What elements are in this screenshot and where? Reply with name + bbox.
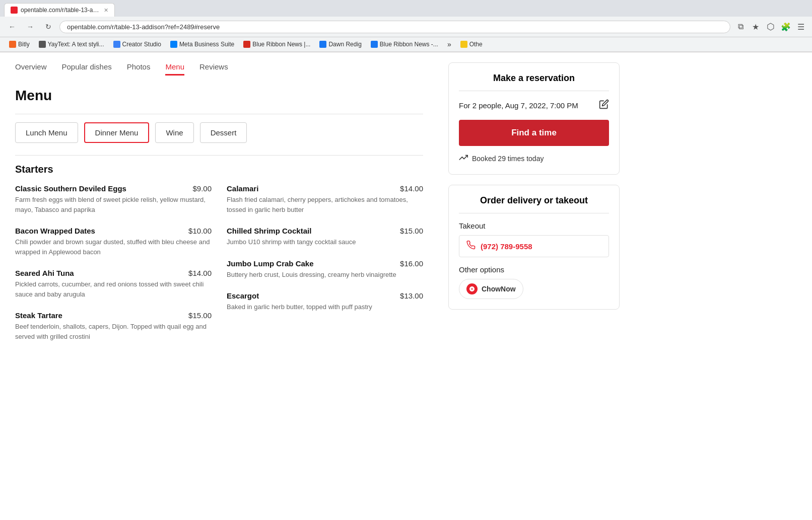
address-bar[interactable]: opentable.com/r/table-13-addison?ref=248… (59, 21, 730, 33)
category-wine[interactable]: Wine (155, 122, 193, 143)
edit-icon[interactable] (599, 99, 609, 112)
chownow-button[interactable]: ChowNow (459, 279, 523, 299)
delivery-title: Order delivery or takeout (459, 195, 609, 206)
tab-favicon (11, 7, 18, 14)
reservation-info: For 2 people, Aug 7, 2022, 7:00 PM (459, 99, 609, 112)
menu-icon[interactable]: ☰ (795, 21, 807, 33)
bookmark-othe[interactable]: Othe (456, 39, 487, 49)
menu-item-ahi-tuna: Seared Ahi Tuna $14.00 Pickled carrots, … (15, 269, 212, 299)
bookmark-expand-icon[interactable]: » (447, 40, 451, 48)
tab-reviews[interactable]: Reviews (199, 62, 228, 76)
browser-toolbar: ← → ↻ opentable.com/r/table-13-addison?r… (0, 17, 812, 37)
bookmark-favicon-dawn (319, 41, 326, 48)
menu-item-deviled-eggs: Classic Southern Deviled Eggs $9.00 Farm… (15, 184, 212, 214)
tab-menu[interactable]: Menu (165, 62, 184, 76)
booked-text: Booked 29 times today (472, 155, 544, 163)
menu-item-ahi-tuna-header: Seared Ahi Tuna $14.00 (15, 269, 212, 277)
menu-item-calamari-desc: Flash fried calamari, cherry peppers, ar… (227, 195, 423, 214)
chownow-logo (466, 283, 478, 294)
menu-item-calamari-name: Calamari (227, 184, 258, 193)
bookmark-label-other: Othe (469, 41, 483, 48)
tab-label: opentable.com/r/table-13-addison?ref=248… (21, 7, 101, 14)
menu-item-escargot-name: Escargot (227, 291, 259, 300)
menu-item-ahi-tuna-price: $14.00 (188, 269, 212, 277)
bookmark-label-blueribbonf: Blue Ribbon News -... (380, 41, 438, 48)
bookmark-label-yaytext: YayText: A text styli... (48, 41, 104, 48)
tab-photos[interactable]: Photos (127, 62, 151, 76)
tab-popular-dishes[interactable]: Popular dishes (62, 62, 112, 76)
bookmark-dawn[interactable]: Dawn Redig (315, 39, 365, 49)
booked-row: Booked 29 times today (459, 153, 609, 164)
category-dessert[interactable]: Dessert (200, 122, 247, 143)
bookmark-blueribbonf[interactable]: Blue Ribbon News -... (367, 39, 442, 49)
menu-item-steak-tartare-desc: Beef tenderloin, shallots, capers, Dijon… (15, 322, 212, 341)
phone-button[interactable]: (972) 789-9558 (459, 235, 609, 257)
tab-close-icon[interactable]: ✕ (104, 7, 108, 14)
back-button[interactable]: ← (5, 20, 19, 34)
menu-item-steak-tartare: Steak Tartare $15.00 Beef tenderloin, sh… (15, 311, 212, 341)
puzzle-icon[interactable]: 🧩 (780, 21, 792, 33)
menu-item-deviled-eggs-price: $9.00 (192, 184, 212, 193)
active-tab[interactable]: opentable.com/r/table-13-addison?ref=248… (4, 3, 115, 17)
bookmark-favicon-meta (170, 41, 177, 48)
toolbar-icons: ⧉ ★ ⬡ 🧩 ☰ (734, 21, 807, 33)
other-options-label: Other options (459, 265, 609, 274)
delivery-divider (459, 213, 609, 213)
bookmark-creator[interactable]: Creator Studio (109, 39, 165, 49)
bookmark-label-dawn: Dawn Redig (328, 41, 361, 48)
category-lunch[interactable]: Lunch Menu (15, 122, 78, 143)
bookmark-favicon-creator (113, 41, 120, 48)
menu-item-escargot: Escargot $13.00 Baked in garlic herb but… (227, 291, 423, 312)
category-dinner[interactable]: Dinner Menu (84, 122, 150, 143)
bookmark-blueribbonr[interactable]: Blue Ribbon News |... (239, 39, 314, 49)
share-icon[interactable]: ⧉ (734, 21, 747, 33)
menu-item-crab-cake-header: Jumbo Lump Crab Cake $16.00 (227, 259, 423, 268)
menu-item-shrimp-cocktail-desc: Jumbo U10 shrimp with tangy cocktail sau… (227, 237, 423, 247)
bookmark-label-meta: Meta Business Suite (179, 41, 234, 48)
menu-item-shrimp-cocktail-header: Chilled Shrimp Cocktail $15.00 (227, 227, 423, 235)
reservation-card: Make a reservation For 2 people, Aug 7, … (448, 62, 620, 175)
bookmark-other[interactable]: » (443, 39, 455, 50)
address-text: opentable.com/r/table-13-addison?ref=248… (67, 23, 723, 31)
tab-bar: opentable.com/r/table-13-addison?ref=248… (0, 0, 812, 17)
menu-item-shrimp-cocktail-name: Chilled Shrimp Cocktail (227, 227, 311, 235)
phone-number: (972) 789-9558 (481, 242, 532, 251)
forward-button[interactable]: → (23, 20, 37, 34)
menu-item-deviled-eggs-name: Classic Southern Deviled Eggs (15, 184, 126, 193)
menu-item-steak-tartare-name: Steak Tartare (15, 311, 62, 320)
menu-item-ahi-tuna-name: Seared Ahi Tuna (15, 269, 74, 277)
menu-item-shrimp-cocktail: Chilled Shrimp Cocktail $15.00 Jumbo U10… (227, 227, 423, 247)
menu-item-crab-cake: Jumbo Lump Crab Cake $16.00 Buttery herb… (227, 259, 423, 280)
bookmark-yaytext[interactable]: YayText: A text styli... (35, 39, 108, 49)
bookmark-favicon-yaytext (39, 41, 46, 48)
bookmark-label-blueribbonr: Blue Ribbon News |... (252, 41, 310, 48)
reload-button[interactable]: ↻ (41, 20, 55, 34)
menu-item-steak-tartare-header: Steak Tartare $15.00 (15, 311, 212, 320)
menu-item-bacon-dates: Bacon Wrapped Dates $10.00 Chili powder … (15, 227, 212, 257)
reservation-divider (459, 91, 609, 91)
star-icon[interactable]: ★ (750, 21, 762, 33)
menu-item-bacon-dates-name: Bacon Wrapped Dates (15, 227, 95, 235)
tab-overview[interactable]: Overview (15, 62, 47, 76)
menu-item-ahi-tuna-desc: Pickled carrots, cucumber, and red onion… (15, 279, 212, 299)
find-time-button[interactable]: Find a time (459, 120, 609, 146)
divider-top (15, 114, 423, 114)
takeout-label: Takeout (459, 221, 609, 230)
bookmarks-bar: Bitly YayText: A text styli... Creator S… (0, 37, 812, 52)
trending-icon (459, 153, 468, 164)
reservation-details: For 2 people, Aug 7, 2022, 7:00 PM (459, 101, 578, 110)
bookmark-bitly[interactable]: Bitly (5, 39, 34, 49)
menu-item-crab-cake-price: $16.00 (400, 259, 423, 268)
starters-title: Starters (15, 164, 423, 175)
menu-item-calamari-header: Calamari $14.00 (227, 184, 423, 193)
bookmark-meta[interactable]: Meta Business Suite (166, 39, 238, 49)
extensions-icon[interactable]: ⬡ (765, 21, 777, 33)
menu-item-escargot-header: Escargot $13.00 (227, 291, 423, 300)
divider-mid (15, 155, 423, 156)
menu-item-crab-cake-name: Jumbo Lump Crab Cake (227, 259, 314, 268)
menu-column-left: Classic Southern Deviled Eggs $9.00 Farm… (15, 184, 212, 353)
menu-item-bacon-dates-price: $10.00 (188, 227, 212, 235)
menu-item-deviled-eggs-desc: Farm fresh eggs with blend of sweet pick… (15, 195, 212, 214)
main-content: Overview Popular dishes Photos Menu Revi… (0, 52, 438, 520)
chownow-label: ChowNow (482, 285, 516, 293)
